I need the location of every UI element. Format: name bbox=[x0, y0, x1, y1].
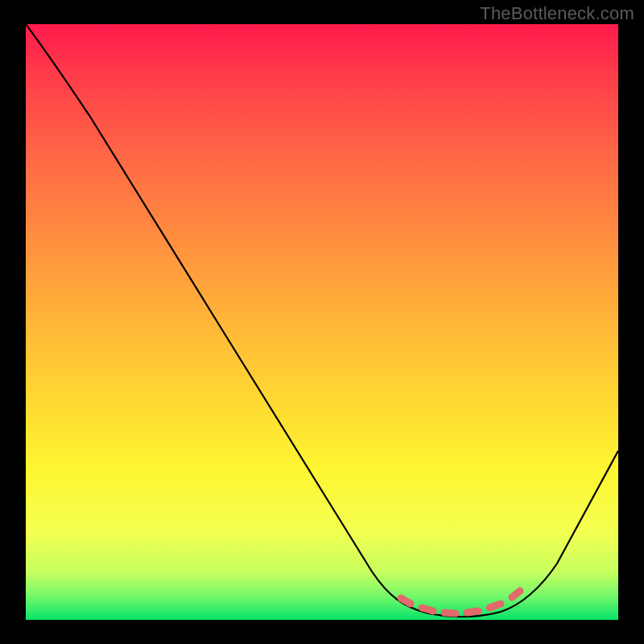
watermark-label: TheBottleneck.com bbox=[480, 3, 634, 24]
bottleneck-curve-path bbox=[26, 24, 618, 617]
chart-frame: TheBottleneck.com bbox=[0, 0, 644, 644]
plot-area bbox=[26, 24, 618, 620]
curve-svg bbox=[26, 24, 618, 620]
